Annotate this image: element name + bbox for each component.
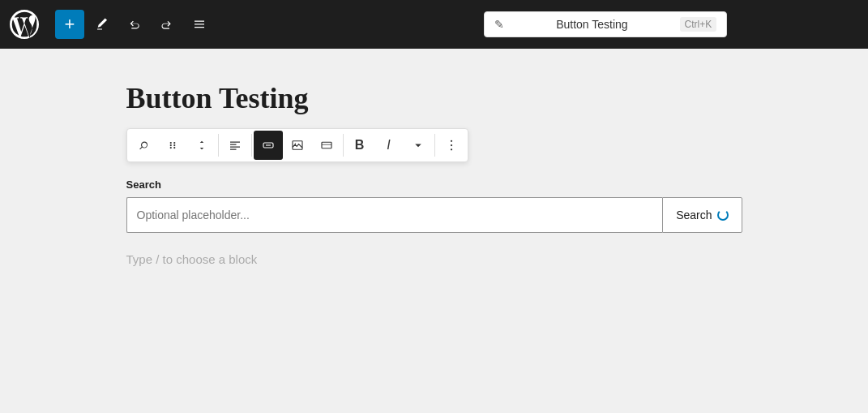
svg-point-0 xyxy=(169,142,171,144)
svg-point-14 xyxy=(450,148,451,150)
search-submit-label: Search xyxy=(676,209,712,222)
topbar-tools: + xyxy=(49,10,425,39)
topbar: + ✎ Button Testing Ctrl+K xyxy=(0,0,868,49)
toolbar-embed-button[interactable] xyxy=(312,131,341,160)
toolbar-divider-1 xyxy=(218,134,219,157)
search-block-row: Search xyxy=(126,197,742,233)
svg-point-3 xyxy=(173,142,175,144)
toolbar-move-button[interactable] xyxy=(187,131,216,160)
undo-button[interactable] xyxy=(120,10,149,39)
command-bar[interactable]: ✎ Button Testing Ctrl+K xyxy=(484,11,727,37)
toolbar-divider-4 xyxy=(434,134,435,157)
svg-point-12 xyxy=(450,140,451,142)
search-spinner-icon xyxy=(717,209,729,221)
svg-point-13 xyxy=(450,144,451,146)
edit-icon: ✎ xyxy=(494,18,504,31)
wp-logo[interactable] xyxy=(0,0,49,49)
toolbar-divider-3 xyxy=(343,134,344,157)
toolbar-italic-button[interactable]: I xyxy=(374,131,404,160)
toolbar-divider-2 xyxy=(251,134,252,157)
toolbar-button-type-button[interactable] xyxy=(254,131,283,160)
topbar-center: ✎ Button Testing Ctrl+K xyxy=(425,11,788,37)
search-block: Search Search xyxy=(126,179,742,233)
search-input[interactable] xyxy=(126,197,663,233)
search-block-label: Search xyxy=(126,179,742,191)
svg-point-9 xyxy=(294,143,296,144)
toolbar-image-button[interactable] xyxy=(283,131,312,160)
toolbar-group-type xyxy=(254,131,341,160)
main-content: Button Testing xyxy=(0,49,868,413)
command-bar-title: Button Testing xyxy=(511,18,673,31)
svg-rect-10 xyxy=(322,142,331,148)
toolbar-align-button[interactable] xyxy=(220,131,250,160)
page-title: Button Testing xyxy=(126,81,742,115)
tools-button[interactable] xyxy=(88,10,117,39)
block-hint[interactable]: Type / to choose a block xyxy=(126,252,742,266)
toolbar-search-button[interactable] xyxy=(129,131,158,160)
toolbar-group-format: B I xyxy=(345,131,433,160)
svg-point-4 xyxy=(173,144,175,146)
svg-point-1 xyxy=(169,144,171,146)
add-block-button[interactable]: + xyxy=(55,10,84,39)
search-submit-button[interactable]: Search xyxy=(662,197,742,233)
svg-point-5 xyxy=(173,147,175,148)
toolbar-group-left xyxy=(129,131,216,160)
toolbar-bold-button[interactable]: B xyxy=(345,131,374,160)
toolbar-format-dropdown-button[interactable] xyxy=(404,131,433,160)
svg-point-2 xyxy=(169,147,171,148)
toolbar-group-more xyxy=(437,131,466,160)
toolbar-drag-button[interactable] xyxy=(158,131,187,160)
editor-area: Button Testing xyxy=(126,81,742,381)
redo-button[interactable] xyxy=(152,10,182,39)
toolbar-group-align xyxy=(220,131,250,160)
toolbar-more-button[interactable] xyxy=(437,131,466,160)
command-bar-shortcut: Ctrl+K xyxy=(680,17,717,32)
block-toolbar: B I xyxy=(126,128,468,162)
list-view-button[interactable] xyxy=(185,10,214,39)
